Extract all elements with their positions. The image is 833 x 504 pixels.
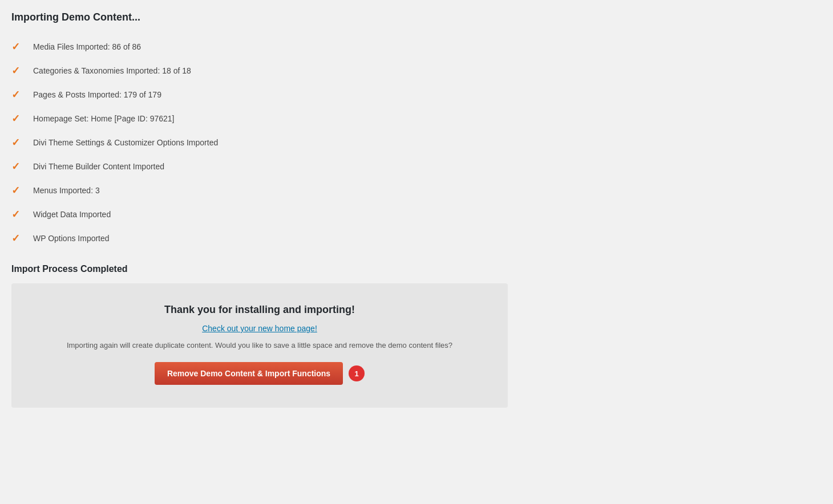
- home-page-link[interactable]: Check out your new home page!: [29, 324, 491, 333]
- import-item-label: Pages & Posts Imported: 179 of 179: [33, 90, 161, 99]
- list-item: ✓ Menus Imported: 3: [11, 178, 822, 202]
- check-icon: ✓: [11, 112, 25, 125]
- check-icon: ✓: [11, 88, 25, 101]
- import-list: ✓ Media Files Imported: 86 of 86 ✓ Categ…: [11, 35, 822, 250]
- list-item: ✓ Homepage Set: Home [Page ID: 97621]: [11, 107, 822, 131]
- check-icon: ✓: [11, 40, 25, 53]
- check-icon: ✓: [11, 184, 25, 197]
- list-item: ✓ Categories & Taxonomies Imported: 18 o…: [11, 59, 822, 83]
- list-item: ✓ Media Files Imported: 86 of 86: [11, 35, 822, 59]
- import-item-label: Menus Imported: 3: [33, 186, 100, 195]
- badge-number: 1: [349, 365, 365, 381]
- list-item: ✓ Divi Theme Builder Content Imported: [11, 155, 822, 178]
- check-icon: ✓: [11, 136, 25, 149]
- button-row: Remove Demo Content & Import Functions 1: [29, 362, 491, 385]
- check-icon: ✓: [11, 208, 25, 221]
- import-item-label: WP Options Imported: [33, 234, 110, 243]
- import-item-label: Categories & Taxonomies Imported: 18 of …: [33, 66, 191, 75]
- thank-you-text: Thank you for installing and importing!: [29, 304, 491, 316]
- check-icon: ✓: [11, 64, 25, 77]
- list-item: ✓ Pages & Posts Imported: 179 of 179: [11, 83, 822, 107]
- list-item: ✓ Divi Theme Settings & Customizer Optio…: [11, 131, 822, 155]
- warning-text: Importing again will create duplicate co…: [29, 341, 491, 349]
- check-icon: ✓: [11, 232, 25, 245]
- import-item-label: Divi Theme Settings & Customizer Options…: [33, 138, 218, 147]
- import-item-label: Media Files Imported: 86 of 86: [33, 42, 141, 51]
- list-item: ✓ WP Options Imported: [11, 226, 822, 250]
- page-title: Importing Demo Content...: [11, 11, 822, 23]
- check-icon: ✓: [11, 160, 25, 173]
- import-item-label: Widget Data Imported: [33, 210, 111, 219]
- remove-demo-button[interactable]: Remove Demo Content & Import Functions: [155, 362, 343, 385]
- completion-box: Thank you for installing and importing! …: [11, 283, 508, 408]
- section-title: Import Process Completed: [11, 264, 822, 274]
- import-item-label: Divi Theme Builder Content Imported: [33, 162, 164, 171]
- import-item-label: Homepage Set: Home [Page ID: 97621]: [33, 114, 174, 123]
- list-item: ✓ Widget Data Imported: [11, 202, 822, 226]
